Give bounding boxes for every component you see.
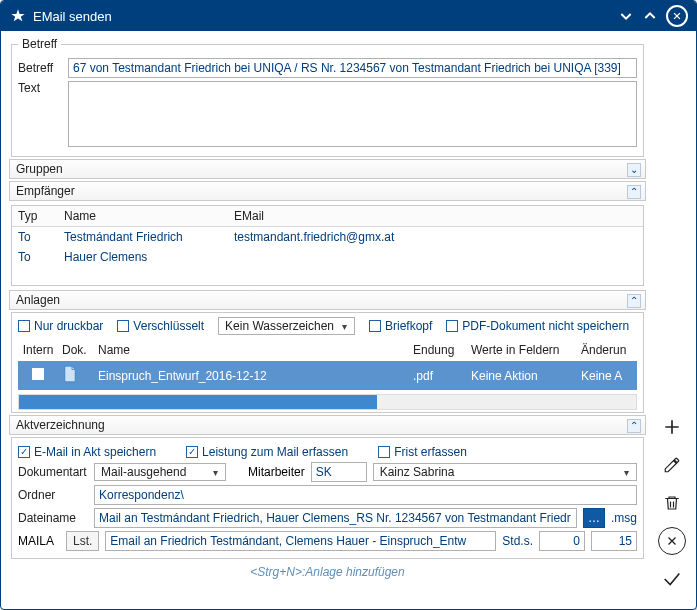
window-title: EMail senden bbox=[33, 9, 614, 24]
col-dok[interactable]: Dok. bbox=[58, 341, 94, 359]
scroll-thumb[interactable] bbox=[19, 395, 377, 409]
ordner-label: Ordner bbox=[18, 488, 88, 502]
maila-label: MAILA bbox=[18, 534, 60, 548]
col-email[interactable]: EMail bbox=[228, 206, 643, 226]
chevron-down-icon: ▾ bbox=[619, 467, 633, 478]
delete-button[interactable] bbox=[658, 489, 686, 517]
subject-label: Betreff bbox=[18, 61, 62, 75]
close-button[interactable] bbox=[666, 5, 688, 27]
save-in-akt-checkbox[interactable]: E-Mail in Akt speichern bbox=[18, 445, 156, 459]
recipients-head: Typ Name EMail bbox=[12, 206, 643, 227]
printable-checkbox[interactable]: Nur druckbar bbox=[18, 319, 103, 333]
attachments-header[interactable]: Anlagen ⌃ bbox=[9, 290, 646, 310]
record-service-checkbox[interactable]: Leistung zum Mail erfassen bbox=[186, 445, 348, 459]
footer-hint: <Strg+N>:Anlage hinzufügen bbox=[9, 561, 646, 585]
filing-collapse-icon[interactable]: ⌃ bbox=[627, 419, 641, 433]
minutes-input[interactable] bbox=[591, 531, 637, 551]
encrypted-checkbox[interactable]: Verschlüsselt bbox=[117, 319, 204, 333]
collapse-down-button[interactable] bbox=[614, 4, 638, 28]
collapse-up-button[interactable] bbox=[638, 4, 662, 28]
mitarbeiter-dropdown[interactable]: Kainz Sabrina▾ bbox=[373, 463, 637, 481]
attachments-panel: Nur druckbar Verschlüsselt Kein Wasserze… bbox=[11, 312, 644, 413]
deadline-checkbox[interactable]: Frist erfassen bbox=[378, 445, 467, 459]
groups-header[interactable]: Gruppen ⌄ bbox=[9, 159, 646, 179]
col-typ[interactable]: Typ bbox=[12, 206, 58, 226]
col-ending[interactable]: Endung bbox=[409, 341, 467, 359]
col-fields[interactable]: Werte in Feldern bbox=[467, 341, 577, 359]
dateiname-input[interactable] bbox=[94, 508, 577, 528]
browse-button[interactable]: … bbox=[583, 508, 605, 528]
body-label: Text bbox=[18, 81, 62, 95]
subject-group: Betreff Betreff Text bbox=[11, 37, 644, 157]
body-textarea[interactable] bbox=[68, 81, 637, 147]
recipient-row[interactable]: To Hauer Clemens bbox=[12, 247, 643, 267]
attachments-hscroll[interactable] bbox=[18, 394, 637, 410]
letterhead-checkbox[interactable]: Briefkopf bbox=[369, 319, 432, 333]
attachments-columns: Intern Dok. Name Endung Werte in Feldern… bbox=[12, 339, 643, 361]
chevron-down-icon: ▾ bbox=[208, 467, 222, 478]
filing-panel: E-Mail in Akt speichern Leistung zum Mai… bbox=[11, 437, 644, 559]
recipient-row[interactable]: To Testmándant Friedrich testmandant.fri… bbox=[12, 227, 643, 247]
subject-legend: Betreff bbox=[18, 37, 61, 51]
recipients-table: Typ Name EMail To Testmándant Friedrich … bbox=[11, 205, 644, 286]
email-send-window: EMail senden Betreff Betreff Text Gruppe… bbox=[0, 0, 697, 610]
file-ext: .msg bbox=[611, 511, 637, 525]
dokumentart-dropdown[interactable]: Mail-ausgehend▾ bbox=[94, 463, 226, 481]
maila-input[interactable] bbox=[105, 531, 496, 551]
edit-button[interactable] bbox=[658, 451, 686, 479]
watermark-dropdown[interactable]: Kein Wasserzeichen▾ bbox=[218, 317, 355, 335]
document-icon bbox=[62, 365, 78, 383]
lst-button[interactable]: Lst. bbox=[66, 531, 99, 551]
dokumentart-label: Dokumentart bbox=[18, 465, 88, 479]
mitarbeiter-code-input[interactable] bbox=[311, 462, 367, 482]
col-att-name[interactable]: Name bbox=[94, 341, 409, 359]
subject-input[interactable] bbox=[68, 58, 637, 78]
titlebar: EMail senden bbox=[1, 1, 696, 31]
groups-expand-icon[interactable]: ⌄ bbox=[627, 163, 641, 177]
app-icon bbox=[9, 7, 27, 25]
cancel-button[interactable] bbox=[658, 527, 686, 555]
add-button[interactable] bbox=[658, 413, 686, 441]
col-change[interactable]: Änderun bbox=[577, 341, 637, 359]
stds-label: Std.s. bbox=[502, 534, 533, 548]
no-save-pdf-checkbox[interactable]: PDF-Dokument nicht speichern bbox=[446, 319, 629, 333]
stds-input[interactable] bbox=[539, 531, 585, 551]
col-intern[interactable]: Intern bbox=[18, 341, 58, 359]
recipients-collapse-icon[interactable]: ⌃ bbox=[627, 185, 641, 199]
attachments-collapse-icon[interactable]: ⌃ bbox=[627, 294, 641, 308]
attachment-row[interactable]: Einspruch_Entwurf_2016-12-12 .pdf Keine … bbox=[18, 361, 637, 390]
dateiname-label: Dateiname bbox=[18, 511, 88, 525]
col-name[interactable]: Name bbox=[58, 206, 228, 226]
ordner-input[interactable] bbox=[94, 485, 637, 505]
chevron-down-icon: ▾ bbox=[337, 321, 351, 332]
action-sidebar bbox=[654, 41, 690, 603]
filing-header[interactable]: Aktverzeichnung ⌃ bbox=[9, 415, 646, 435]
mitarbeiter-label: Mitarbeiter bbox=[248, 465, 305, 479]
confirm-button[interactable] bbox=[658, 565, 686, 593]
body-area: Betreff Betreff Text Gruppen ⌄ Empfänger… bbox=[5, 31, 650, 605]
recipients-header[interactable]: Empfänger ⌃ bbox=[9, 181, 646, 201]
